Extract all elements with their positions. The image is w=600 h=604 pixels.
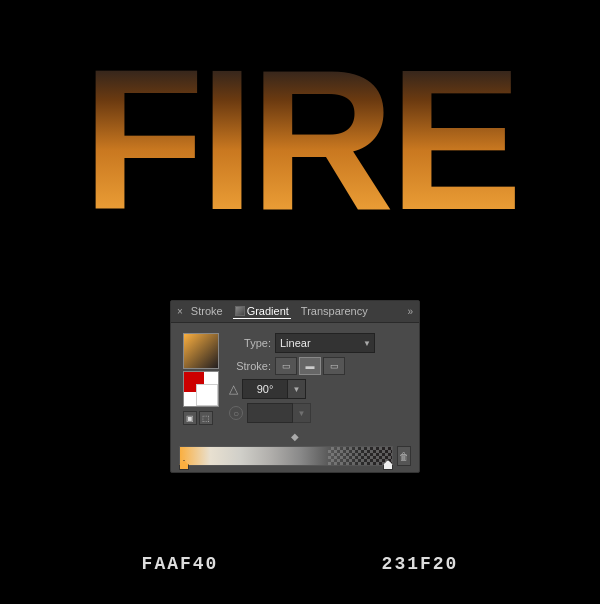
angle-input[interactable]	[242, 379, 288, 399]
panel-header: × Stroke Gradient Transparency »	[171, 301, 419, 323]
stroke-btn-2[interactable]: ▬	[299, 357, 321, 375]
angle-input-wrapper: ▼	[242, 379, 306, 399]
panel-close-button[interactable]: ×	[177, 306, 183, 317]
panel-tabs: Stroke Gradient Transparency	[189, 304, 406, 319]
angle-row: △ ▼	[229, 379, 407, 399]
stroke-btn-1[interactable]: ▭	[275, 357, 297, 375]
gradient-midpoint-indicator: ◆	[179, 431, 411, 442]
stroke-buttons: ▭ ▬ ▭	[275, 357, 345, 375]
color-label-left: FAAF40	[142, 554, 219, 574]
type-select[interactable]: Linear	[275, 333, 375, 353]
aspect-row: ○ ▼	[229, 403, 407, 423]
type-select-wrapper: Linear	[275, 333, 375, 353]
gradient-bar[interactable]	[179, 446, 393, 466]
stroke-row: Stroke: ▭ ▬ ▭	[229, 357, 407, 375]
aspect-input-wrapper: ▼	[247, 403, 311, 423]
stroke-btn-3[interactable]: ▭	[323, 357, 345, 375]
color-label-right: 231F20	[382, 554, 459, 574]
fire-text-area: FIRE	[0, 0, 600, 280]
panel-main-row: ▣ ⬚ Type: Linear Stroke:	[179, 329, 411, 431]
gradient-tab-icon	[235, 306, 245, 316]
swatch-icons-row: ▣ ⬚	[183, 411, 219, 425]
gradient-slider-row: 🗑	[179, 446, 411, 466]
aspect-dropdown: ▼	[293, 403, 311, 423]
panel-body: ▣ ⬚ Type: Linear Stroke:	[171, 323, 419, 472]
tab-transparency[interactable]: Transparency	[299, 304, 370, 319]
swatch-column: ▣ ⬚	[179, 329, 223, 431]
aspect-input	[247, 403, 293, 423]
gradient-swatch-main[interactable]	[183, 333, 219, 369]
angle-icon: △	[229, 382, 238, 396]
tab-stroke[interactable]: Stroke	[189, 304, 225, 319]
gradient-swatch-secondary[interactable]	[183, 371, 219, 407]
tab-gradient[interactable]: Gradient	[233, 304, 291, 319]
fire-text: FIRE	[82, 40, 518, 240]
fire-text-wrapper: FIRE	[82, 40, 518, 240]
type-label: Type:	[229, 337, 271, 349]
aspect-icon: ○	[229, 406, 243, 420]
swatch-icon-1[interactable]: ▣	[183, 411, 197, 425]
panel-menu-button[interactable]: »	[407, 306, 413, 317]
gradient-panel: × Stroke Gradient Transparency » ▣ ⬚	[170, 300, 420, 473]
stroke-label: Stroke:	[229, 360, 271, 372]
gradient-delete-button[interactable]: 🗑	[397, 446, 411, 466]
color-labels-row: FAAF40 231F20	[0, 554, 600, 574]
angle-dropdown[interactable]: ▼	[288, 379, 306, 399]
type-row: Type: Linear	[229, 333, 407, 353]
controls-column: Type: Linear Stroke: ▭ ▬ ▭	[229, 329, 411, 431]
swatch-icon-2[interactable]: ⬚	[199, 411, 213, 425]
